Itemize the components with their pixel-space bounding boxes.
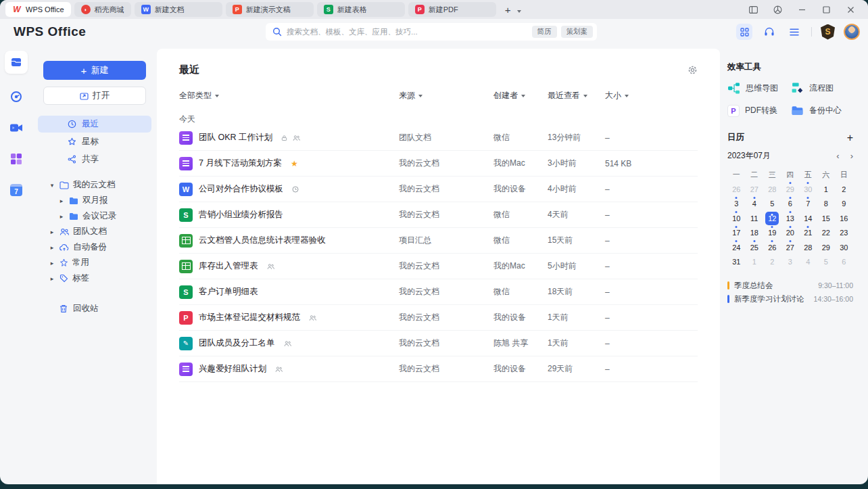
calendar-day[interactable]: 28 — [763, 182, 781, 197]
new-button[interactable]: + 新建 — [43, 61, 146, 80]
calendar-day[interactable]: 29 — [817, 240, 836, 255]
tab-new-pdf[interactable]: 新建PDF — [408, 2, 496, 17]
calendar-day[interactable]: 22 — [817, 226, 836, 241]
chevron-right-icon[interactable]: ▸ — [49, 260, 55, 266]
rail-item-clock[interactable] — [8, 89, 24, 105]
calendar-day[interactable]: 9 — [835, 197, 853, 212]
calendar-day[interactable]: 29 — [781, 182, 800, 197]
calendar-day[interactable]: 21 — [799, 226, 817, 241]
calendar-day[interactable]: 13 — [781, 211, 800, 226]
calendar-day[interactable]: 10 — [727, 211, 746, 226]
calendar-day[interactable]: 11 — [746, 211, 764, 226]
minimize-button[interactable] — [796, 4, 807, 15]
table-row[interactable]: 公司对外合作协议模板 我的云文档 我的设备 4小时前 – — [179, 177, 698, 202]
calendar-day[interactable]: 1 — [746, 255, 764, 270]
open-button[interactable]: 打开 — [43, 87, 146, 105]
tab-new-document[interactable]: 新建文档 — [135, 2, 222, 17]
filter-last-viewed[interactable]: 最近查看 — [548, 90, 605, 101]
sidebar-item-shared[interactable]: 共享 — [38, 151, 151, 168]
calendar-day[interactable]: 30 — [835, 240, 853, 255]
calendar-day[interactable]: 23 — [835, 226, 853, 241]
tool-backup-center[interactable]: 备份中心 — [791, 104, 853, 117]
table-row[interactable]: 团队成员及分工名单 我的云文档 陈旭 共享 1天前 – — [179, 331, 698, 356]
chevron-right-icon[interactable]: ▸ — [49, 229, 55, 235]
sidebar-item-trash[interactable]: 回收站 — [32, 301, 157, 317]
maximize-button[interactable] — [821, 4, 831, 15]
sidebar-item-meeting-notes[interactable]: ▸ 会议记录 — [32, 208, 157, 224]
calendar-day[interactable]: 27 — [746, 182, 764, 197]
calendar-day[interactable]: 12 — [763, 211, 781, 226]
calendar-day[interactable]: 5 — [817, 255, 836, 270]
filter-size[interactable]: 大小 — [605, 90, 698, 101]
table-row[interactable]: 团队 OKR 工作计划 团队文档 微信 13分钟前 – — [179, 125, 698, 151]
search-bar[interactable]: 简历 策划案 — [266, 23, 597, 41]
membership-badge-icon[interactable]: S — [821, 24, 835, 40]
filter-creator[interactable]: 创建者 — [493, 90, 548, 101]
table-row[interactable]: 云文档管人员信息统计表理器验收 项目汇总 微信 15天前 – — [179, 228, 698, 254]
tab-new-spreadsheet[interactable]: 新建表格 — [317, 2, 405, 17]
calendar-day[interactable]: 4 — [799, 255, 817, 270]
event-study-plan[interactable]: 新季度学习计划讨论 14:30–16:00 — [727, 292, 853, 306]
sidebar-item-team-docs[interactable]: ▸ 团队文档 — [32, 224, 157, 239]
search-input[interactable] — [287, 28, 528, 36]
chevron-right-icon[interactable]: ▸ — [58, 197, 65, 204]
rail-item-documents[interactable] — [5, 51, 28, 74]
calendar-day[interactable]: 31 — [727, 255, 746, 270]
table-row[interactable]: 库存出入管理表 我的云文档 我的Mac 5小时前 – — [179, 254, 698, 279]
prev-month-chevron-icon[interactable]: ‹ — [836, 151, 839, 161]
calendar-day[interactable]: 24 — [727, 240, 746, 255]
calendar-day[interactable]: 2 — [763, 255, 781, 270]
calendar-day[interactable]: 16 — [835, 211, 853, 226]
rail-item-calendar[interactable]: 7 — [8, 182, 24, 198]
sidebar-item-bimonthly-report[interactable]: ▸ 双月报 — [32, 193, 157, 208]
table-row[interactable]: 市场主体登记提交材料规范 我的云文档 我的设备 1天前 – — [179, 305, 698, 331]
tool-mind-map[interactable]: 思维导图 — [727, 82, 791, 95]
filter-all-types[interactable]: 全部类型 — [179, 90, 399, 101]
calendar-day[interactable]: 15 — [817, 211, 836, 226]
table-row[interactable]: 兴趣爱好组队计划 我的云文档 我的设备 29天前 – — [179, 356, 698, 382]
theme-icon[interactable] — [772, 4, 783, 15]
calendar-day[interactable]: 2 — [835, 182, 853, 197]
tool-pdf-convert[interactable]: P PDF转换 — [727, 104, 791, 117]
calendar-day[interactable]: 25 — [746, 240, 764, 255]
next-month-chevron-icon[interactable]: › — [850, 151, 853, 161]
calendar-day[interactable]: 26 — [763, 240, 781, 255]
sidebar-item-auto-backup[interactable]: ▸ 自动备份 — [32, 239, 157, 255]
calendar-day[interactable]: 28 — [799, 240, 817, 255]
search-tag-proposal[interactable]: 策划案 — [561, 26, 594, 38]
menu-hamburger-icon[interactable] — [786, 24, 802, 40]
calendar-day[interactable]: 17 — [727, 226, 746, 241]
calendar-day[interactable]: 19 — [763, 226, 781, 241]
calendar-day[interactable]: 8 — [817, 197, 836, 212]
tab-wps-office[interactable]: WPS Office — [5, 2, 71, 17]
add-event-button[interactable]: + — [847, 133, 853, 143]
sidebar-item-my-cloud-docs[interactable]: ▾ 我的云文档 — [32, 177, 157, 193]
calendar-day[interactable]: 3 — [781, 255, 800, 270]
settings-gear-icon[interactable] — [688, 65, 698, 75]
table-row[interactable]: 7 月线下活动策划方案 ★ 我的云文档 我的Mac 3小时前 514 KB — [179, 151, 698, 177]
chevron-down-icon[interactable]: ▾ — [49, 182, 55, 189]
support-headset-icon[interactable] — [761, 24, 777, 40]
sidebar-item-recent[interactable]: 最近 — [38, 116, 151, 133]
chevron-right-icon[interactable]: ▸ — [49, 244, 55, 251]
filter-source[interactable]: 来源 — [399, 90, 493, 101]
calendar-day[interactable]: 18 — [746, 226, 764, 241]
calendar-day[interactable]: 6 — [835, 255, 853, 270]
calendar-day[interactable]: 14 — [799, 211, 817, 226]
rail-item-meeting[interactable] — [8, 120, 24, 136]
avatar[interactable] — [844, 24, 860, 40]
calendar-day[interactable]: 5 — [763, 197, 781, 212]
calendar-day[interactable]: 6 — [781, 197, 800, 212]
apps-grid-icon[interactable] — [736, 24, 752, 40]
calendar-day[interactable]: 26 — [727, 182, 746, 197]
calendar-day[interactable]: 4 — [746, 197, 764, 212]
new-tab-button[interactable]: + — [500, 4, 516, 16]
toggle-sidebar-icon[interactable] — [748, 4, 758, 15]
calendar-day[interactable]: 3 — [727, 197, 746, 212]
table-row[interactable]: 客户订单明细表 我的云文档 微信 18天前 – — [179, 279, 698, 305]
chevron-right-icon[interactable]: ▸ — [58, 213, 65, 220]
calendar-day[interactable]: 1 — [817, 182, 836, 197]
sidebar-item-starred[interactable]: 星标 — [38, 133, 151, 150]
close-button[interactable] — [845, 4, 856, 15]
rail-item-apps[interactable] — [8, 151, 24, 167]
